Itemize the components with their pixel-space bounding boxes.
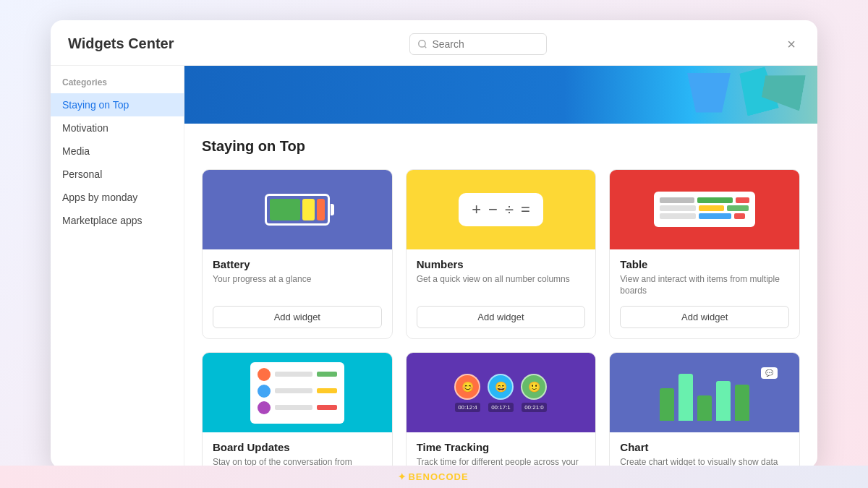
battery-info: Battery Your progress at a glance Add wi… (203, 249, 392, 339)
chart-info: Chart Create chart widget to visually sh… (610, 432, 799, 468)
numbers-info: Numbers Get a quick view on all number c… (407, 249, 596, 339)
board-updates-info: Board Updates Stay on top of the convers… (203, 432, 392, 468)
time-label-2: 00:17:1 (488, 403, 514, 412)
board-preview (250, 362, 344, 424)
table-preview (654, 192, 755, 227)
chart-bar-5 (735, 385, 749, 421)
modal-header: Widgets Center × (51, 20, 817, 66)
footer-bar: ✦BENOCODE (0, 466, 868, 488)
chart-bar-2 (678, 374, 693, 421)
table-desc: View and interact with items from multip… (620, 273, 789, 298)
battery-thumbnail (203, 170, 392, 249)
minus-sign: − (488, 200, 498, 219)
time-tracking-info: Time Tracking Track time for different p… (407, 432, 596, 468)
widget-card-time-tracking: 😊 00:12:4 😄 00:17:1 🙂 00:21:0 (406, 352, 597, 468)
battery-seg-green (270, 199, 300, 221)
search-icon (417, 39, 427, 49)
widgets-center-modal: Widgets Center × Categories Staying on T… (51, 20, 817, 468)
close-button[interactable]: × (783, 35, 800, 53)
board-row-1 (258, 368, 337, 381)
sidebar-item-marketplace-apps[interactable]: Marketplace apps (51, 209, 184, 232)
board-row-3 (258, 401, 337, 414)
table-preview-row-2 (660, 205, 749, 211)
time-person-2: 😄 00:17:1 (488, 374, 514, 412)
time-label-3: 00:21:0 (522, 403, 547, 412)
widget-card-chart: 💬 Chart Create chart widget to visually … (609, 352, 800, 468)
time-tracking-thumbnail: 😊 00:12:4 😄 00:17:1 🙂 00:21:0 (407, 353, 596, 432)
board-updates-thumbnail (203, 353, 392, 432)
battery-seg-yellow (302, 199, 315, 221)
numbers-desc: Get a quick view on all number columns (417, 273, 586, 298)
sidebar-item-apps-by-monday[interactable]: Apps by monday (51, 186, 184, 209)
divide-sign: ÷ (505, 200, 514, 219)
add-numbers-button[interactable]: Add widget (417, 306, 586, 328)
widgets-grid: Battery Your progress at a glance Add wi… (202, 169, 800, 468)
numbers-name: Numbers (417, 258, 586, 270)
main-content: Staying on Top Battery (184, 66, 817, 468)
banner-shape-1 (687, 73, 731, 113)
widget-card-numbers: + − ÷ = Numbers Get a quick view on all … (406, 169, 597, 340)
time-avatar-3: 🙂 (521, 374, 547, 400)
search-input[interactable] (432, 38, 539, 50)
table-preview-row-3 (660, 213, 749, 219)
svg-line-1 (425, 46, 427, 48)
time-person-3: 🙂 00:21:0 (521, 374, 547, 412)
table-thumbnail (610, 170, 799, 249)
sidebar-item-motivation[interactable]: Motivation (51, 116, 184, 140)
widget-card-battery: Battery Your progress at a glance Add wi… (202, 169, 393, 340)
sidebar: Categories Staying on Top Motivation Med… (51, 66, 184, 468)
table-info: Table View and interact with items from … (610, 249, 799, 339)
board-row-2 (258, 385, 337, 398)
time-person-1: 😊 00:12:4 (454, 374, 480, 412)
battery-name: Battery (213, 258, 382, 270)
banner (184, 66, 817, 124)
modal-title: Widgets Center (68, 35, 174, 52)
content-inner: Staying on Top Battery (184, 124, 817, 468)
board-updates-name: Board Updates (213, 441, 382, 453)
chart-thumbnail: 💬 (610, 353, 799, 432)
time-tracking-name: Time Tracking (417, 441, 586, 453)
time-label-1: 00:12:4 (455, 403, 480, 412)
chart-name: Chart (620, 441, 789, 453)
widget-card-board-updates: Board Updates Stay on top of the convers… (202, 352, 393, 468)
battery-seg-orange (317, 199, 325, 221)
equals-sign: = (521, 200, 530, 219)
chart-bar-4 (716, 381, 731, 421)
chart-bar-1 (660, 388, 674, 421)
footer-brand: BENOCODE (408, 471, 468, 482)
battery-desc: Your progress at a glance (213, 273, 382, 298)
battery-icon (265, 194, 330, 226)
search-box[interactable] (409, 33, 547, 55)
section-title: Staying on Top (202, 138, 800, 155)
footer-star: ✦ (398, 471, 407, 482)
chart-tooltip: 💬 (761, 367, 778, 379)
add-battery-button[interactable]: Add widget (213, 306, 382, 328)
sidebar-item-media[interactable]: Media (51, 140, 184, 163)
modal-body: Categories Staying on Top Motivation Med… (51, 66, 817, 468)
svg-point-0 (419, 40, 425, 46)
time-avatar-1: 😊 (454, 374, 480, 400)
time-avatar-2: 😄 (488, 374, 514, 400)
categories-label: Categories (51, 77, 184, 93)
numbers-thumbnail: + − ÷ = (407, 170, 596, 249)
sidebar-item-personal[interactable]: Personal (51, 163, 184, 186)
add-table-button[interactable]: Add widget (620, 306, 789, 328)
table-name: Table (620, 258, 789, 270)
widget-card-table: Table View and interact with items from … (609, 169, 800, 340)
chart-bar-3 (697, 395, 712, 421)
plus-sign: + (472, 200, 481, 219)
table-preview-row-1 (660, 197, 749, 203)
calc-display: + − ÷ = (459, 193, 543, 226)
sidebar-item-staying-on-top[interactable]: Staying on Top (51, 93, 184, 116)
